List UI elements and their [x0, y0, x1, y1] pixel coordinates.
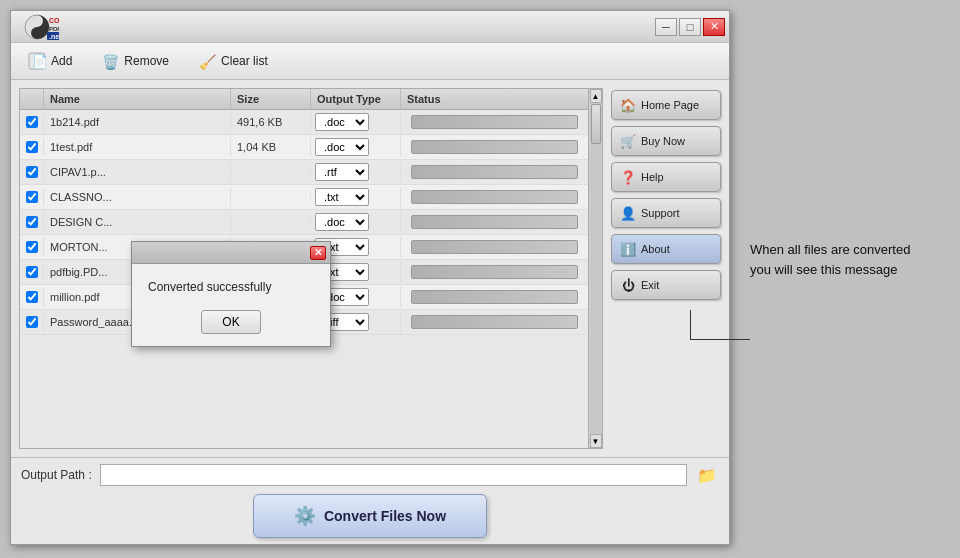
home-label: Home Page	[641, 99, 699, 111]
output-type-select[interactable]: .doc .rtf .txt .tiff	[315, 113, 369, 131]
row-checkbox-cell	[20, 188, 44, 206]
clear-label: Clear list	[221, 54, 268, 68]
logo-svg: CONVERT PDFTOWORD .net	[23, 13, 59, 41]
row-checkbox-cell	[20, 138, 44, 156]
status-bar	[411, 265, 578, 279]
side-btn-home[interactable]: 🏠 Home Page	[611, 90, 721, 120]
row-checkbox-cell	[20, 113, 44, 131]
side-btn-buy[interactable]: 🛒 Buy Now	[611, 126, 721, 156]
browse-folder-button[interactable]: 📁	[695, 464, 719, 486]
row-checkbox[interactable]	[26, 116, 38, 128]
output-path-label: Output Path :	[21, 468, 92, 482]
status-bar	[411, 190, 578, 204]
row-size	[231, 194, 311, 200]
scrollbar[interactable]: ▲ ▼	[588, 89, 602, 448]
row-checkbox[interactable]	[26, 166, 38, 178]
add-icon: 📄	[27, 51, 47, 71]
svg-text:🧹: 🧹	[199, 54, 216, 70]
side-btn-help[interactable]: ❓ Help	[611, 162, 721, 192]
row-status	[401, 260, 588, 284]
scroll-track[interactable]	[590, 103, 602, 434]
maximize-button[interactable]: □	[679, 18, 701, 36]
bottom-area: Output Path : 📁 ⚙️ Convert Files Now	[11, 457, 729, 544]
row-checkbox[interactable]	[26, 216, 38, 228]
row-status	[401, 160, 588, 184]
output-select-wrapper: .doc .rtf .txt .tiff	[315, 188, 396, 206]
output-path-row: Output Path : 📁	[21, 464, 719, 486]
remove-label: Remove	[124, 54, 169, 68]
th-output: Output Type	[311, 89, 401, 109]
about-label: About	[641, 243, 670, 255]
row-output-type: .doc .rtf .txt .tiff	[311, 187, 401, 207]
main-content: Name Size Output Type Status 1b214.pdf 4…	[11, 80, 729, 457]
row-checkbox[interactable]	[26, 191, 38, 203]
status-bar	[411, 290, 578, 304]
row-size	[231, 169, 311, 175]
convert-files-button[interactable]: ⚙️ Convert Files Now	[253, 494, 487, 538]
table-row: CIPAV1.p... .doc .rtf .txt .tiff	[20, 160, 588, 185]
side-btn-exit[interactable]: ⏻ Exit	[611, 270, 721, 300]
output-type-select[interactable]: .doc .rtf .txt .tiff	[315, 213, 369, 231]
support-label: Support	[641, 207, 680, 219]
output-type-select[interactable]: .doc .rtf .txt .tiff	[315, 138, 369, 156]
row-checkbox[interactable]	[26, 241, 38, 253]
th-size: Size	[231, 89, 311, 109]
output-type-select[interactable]: .doc .rtf .txt .tiff	[315, 163, 369, 181]
main-window: CONVERT PDFTOWORD .net ─ □ ✕ 📄 Add 🗑️ Re…	[10, 10, 730, 545]
row-status	[401, 110, 588, 134]
add-button[interactable]: 📄 Add	[21, 49, 78, 73]
output-select-wrapper: .doc .rtf .txt .tiff	[315, 138, 396, 156]
row-checkbox[interactable]	[26, 141, 38, 153]
exit-label: Exit	[641, 279, 659, 291]
side-btn-support[interactable]: 👤 Support	[611, 198, 721, 228]
row-status	[401, 235, 588, 259]
svg-point-2	[34, 30, 40, 36]
convert-icon: ⚙️	[294, 505, 316, 527]
minimize-button[interactable]: ─	[655, 18, 677, 36]
status-bar	[411, 215, 578, 229]
convert-btn-row: ⚙️ Convert Files Now	[21, 494, 719, 538]
table-row: 1test.pdf 1,04 KB .doc .rtf .txt .tiff	[20, 135, 588, 160]
table-row: DESIGN C... .doc .rtf .txt .tiff	[20, 210, 588, 235]
status-bar	[411, 140, 578, 154]
annotation-arrow-line	[690, 310, 750, 340]
row-checkbox[interactable]	[26, 291, 38, 303]
row-checkbox[interactable]	[26, 266, 38, 278]
convert-btn-label: Convert Files Now	[324, 508, 446, 524]
svg-text:PDFTOWORD: PDFTOWORD	[49, 26, 59, 32]
about-icon: ℹ️	[620, 241, 636, 257]
success-modal: ✕ Converted successfully OK	[131, 241, 331, 347]
row-size	[231, 219, 311, 225]
side-btn-about[interactable]: ℹ️ About	[611, 234, 721, 264]
status-bar	[411, 240, 578, 254]
modal-titlebar: ✕	[132, 242, 330, 264]
folder-icon: 📁	[697, 466, 717, 485]
table-row: 1b214.pdf 491,6 KB .doc .rtf .txt .tiff	[20, 110, 588, 135]
row-checkbox-cell	[20, 238, 44, 256]
row-name: 1test.pdf	[44, 138, 231, 156]
home-icon: 🏠	[620, 97, 636, 113]
row-status	[401, 210, 588, 234]
row-checkbox[interactable]	[26, 316, 38, 328]
support-icon: 👤	[620, 205, 636, 221]
output-type-select[interactable]: .doc .rtf .txt .tiff	[315, 188, 369, 206]
svg-point-1	[34, 18, 40, 24]
svg-text:🗑️: 🗑️	[102, 54, 119, 70]
svg-text:.net: .net	[49, 33, 59, 40]
clear-icon: 🧹	[197, 51, 217, 71]
row-size: 1,04 KB	[231, 138, 311, 156]
annotation-text: When all files are converted you will se…	[750, 242, 910, 277]
modal-close-button[interactable]: ✕	[310, 246, 326, 260]
row-output-type: .doc .rtf .txt .tiff	[311, 112, 401, 132]
remove-button[interactable]: 🗑️ Remove	[94, 49, 175, 73]
output-path-input[interactable]	[100, 464, 687, 486]
table-header: Name Size Output Type Status	[20, 89, 588, 110]
window-controls: ─ □ ✕	[655, 18, 725, 36]
help-icon: ❓	[620, 169, 636, 185]
clear-list-button[interactable]: 🧹 Clear list	[191, 49, 274, 73]
modal-ok-button[interactable]: OK	[201, 310, 261, 334]
toolbar: 📄 Add 🗑️ Remove 🧹 Clear list	[11, 43, 729, 80]
remove-icon: 🗑️	[100, 51, 120, 71]
close-button[interactable]: ✕	[703, 18, 725, 36]
row-status	[401, 185, 588, 209]
